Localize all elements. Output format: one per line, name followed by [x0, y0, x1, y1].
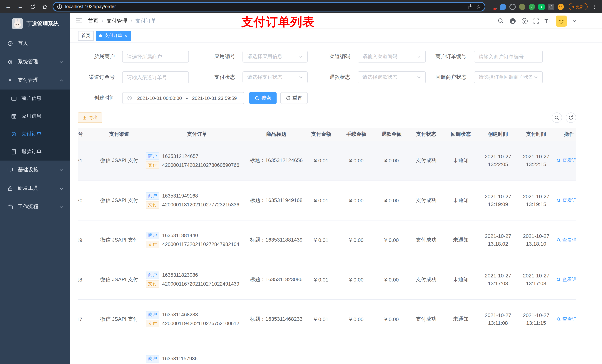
- search-button[interactable]: [497, 18, 504, 24]
- cell-actions: 查看详情: [555, 141, 576, 180]
- bookmark-star-icon[interactable]: ☆: [476, 4, 481, 10]
- extension-chat-icon[interactable]: ◖: [538, 3, 545, 10]
- browser-update-button[interactable]: 更新: [569, 3, 588, 10]
- sidebar-item-refund-order[interactable]: 退款订单: [0, 143, 70, 161]
- avatar[interactable]: [556, 15, 567, 26]
- extension-check-icon[interactable]: ✓: [529, 3, 535, 10]
- url-bar[interactable]: localhost:1024/pay/order ☆: [53, 2, 485, 11]
- sidebar-item-payment[interactable]: ¥ 支付管理: [0, 71, 70, 90]
- breadcrumb-current: 支付订单: [136, 18, 156, 24]
- reset-button[interactable]: 重置: [280, 92, 308, 104]
- tag-home[interactable]: 首页: [78, 31, 94, 41]
- tags-bar: 首页 支付订单 ×: [70, 29, 602, 43]
- download-icon: [82, 115, 87, 120]
- table-header-row: 编号 支付渠道 支付订单 商品标题 支付金额 手续金额 退款金额 支付状态 回调…: [78, 128, 576, 141]
- col-pay-channel: 支付渠道: [93, 128, 145, 141]
- sidebar-item-infra[interactable]: 基础设施: [0, 161, 70, 179]
- view-detail-link[interactable]: 查看详情: [557, 157, 576, 164]
- cell-notify-status: 未通知: [443, 299, 478, 339]
- pay-badge: 支付: [146, 241, 159, 248]
- pay-status-select[interactable]: 请选择支付状态: [243, 71, 308, 83]
- sidebar-item-devtools[interactable]: 研发工具: [0, 179, 70, 198]
- create-time-range-picker[interactable]: 2021-10-01 00:00:00 - 2021-10-31 23:59:5…: [122, 92, 244, 104]
- view-detail-link[interactable]: 查看详情: [557, 276, 576, 283]
- cell-id: 118: [78, 260, 93, 299]
- tag-close-icon[interactable]: ×: [124, 33, 127, 38]
- sidebar-toggle-button[interactable]: [75, 18, 82, 24]
- font-size-button[interactable]: TT: [544, 18, 550, 24]
- browser-menu-button[interactable]: ⋮: [591, 4, 598, 10]
- view-detail-link[interactable]: 查看详情: [557, 197, 576, 204]
- toggle-search-button[interactable]: [552, 113, 562, 123]
- credit-card-icon: [11, 96, 17, 101]
- user-menu-caret[interactable]: [572, 20, 576, 22]
- extension-olive-icon[interactable]: [519, 3, 525, 10]
- merchant-label: 所属商户: [78, 53, 122, 60]
- lock-icon: [7, 186, 13, 191]
- cell-refund-amount: ¥ 0.00: [374, 260, 409, 299]
- sidebar-item-pay-order[interactable]: 支付订单: [0, 125, 70, 143]
- col-refund-amount: 退款金额: [374, 128, 409, 141]
- channel-code-select[interactable]: 请输入渠道编码: [358, 51, 426, 62]
- github-button[interactable]: [509, 18, 516, 24]
- notify-status-select[interactable]: 请选择订单回调商户状态: [474, 71, 543, 83]
- breadcrumb-payment[interactable]: 支付管理: [107, 18, 127, 24]
- refresh-table-button[interactable]: [566, 113, 576, 123]
- sidebar-item-workflow[interactable]: 工作流程: [0, 198, 70, 216]
- view-detail-link[interactable]: 查看详情: [557, 316, 576, 322]
- cell-pay-amount: ¥ 0.01: [304, 299, 339, 339]
- share-icon[interactable]: [468, 4, 473, 10]
- channel-order-no-input[interactable]: [122, 71, 189, 83]
- extension-drop-icon[interactable]: [500, 3, 506, 10]
- table-row: 商户 1635311157936 支付: [78, 339, 576, 364]
- fullscreen-button[interactable]: [533, 18, 539, 24]
- extension-grid-icon[interactable]: 10: [490, 3, 496, 10]
- refund-status-select[interactable]: 请选择退款状态: [358, 71, 426, 83]
- start-date-value[interactable]: 2021-10-01 00:00:00: [134, 95, 185, 101]
- avatar-emoji-icon: [556, 15, 567, 26]
- sidebar-item-app-info[interactable]: 应用信息: [0, 107, 70, 125]
- logo-avatar: [12, 18, 23, 29]
- url-text[interactable]: localhost:1024/pay/order: [65, 4, 465, 9]
- caret-down-icon: [572, 20, 576, 22]
- site-info-icon[interactable]: [57, 4, 62, 9]
- home-button[interactable]: [40, 2, 49, 11]
- logo[interactable]: 芋道管理系统: [0, 13, 70, 34]
- tag-pay-order[interactable]: 支付订单 ×: [96, 31, 130, 41]
- table-row: 120 微信 JSAPI 支付 商户 1635311949168 支付 4200…: [78, 180, 576, 220]
- back-button[interactable]: ←: [4, 2, 13, 11]
- app-id-select[interactable]: 请选择应用信息: [243, 51, 308, 62]
- merchant-order-no-input[interactable]: [474, 51, 543, 62]
- filter-row-1: 所属商户 应用编号 请选择应用信息 渠道编码 请输入渠道编码: [78, 51, 602, 62]
- cell-fee-amount: [339, 339, 374, 364]
- chevron-up-icon: [60, 77, 63, 83]
- sidebar-item-system[interactable]: 系统管理: [0, 52, 70, 71]
- help-button[interactable]: ?: [521, 18, 527, 24]
- fullscreen-icon: [533, 18, 539, 24]
- puzzle-icon[interactable]: [548, 3, 554, 10]
- col-pay-amount: 支付金额: [304, 128, 339, 141]
- cell-create-time: 2021-10-27 13:19:09: [478, 180, 517, 220]
- cell-product-title: 标题：1635311468233: [249, 299, 304, 339]
- filter-row-3: 创建时间 2021-10-01 00:00:00 - 2021-10-31 23…: [78, 92, 602, 104]
- forward-icon: →: [17, 3, 23, 10]
- chevron-down-icon: [60, 167, 63, 173]
- cell-pay-amount: [304, 339, 339, 364]
- col-pay-order: 支付订单: [145, 128, 249, 141]
- export-button[interactable]: 导出: [78, 113, 102, 123]
- end-date-value[interactable]: 2021-10-31 23:59:59: [189, 95, 240, 101]
- table-body: 121 微信 JSAPI 支付 商户 1635312124657 支付 4200…: [78, 141, 576, 364]
- extension-ring-icon[interactable]: [509, 3, 516, 10]
- search-button[interactable]: 搜索: [249, 92, 277, 104]
- sidebar-item-merchant-info[interactable]: 商户信息: [0, 90, 70, 107]
- app-title: 芋道管理系统: [26, 20, 59, 27]
- forward-button[interactable]: →: [16, 2, 25, 11]
- reload-button[interactable]: [28, 2, 37, 11]
- breadcrumb-home[interactable]: 首页: [88, 18, 98, 24]
- sidebar-item-home[interactable]: 首页: [0, 34, 70, 52]
- col-pay-status: 支付状态: [409, 128, 443, 141]
- merchant-badge: 商户: [146, 355, 159, 362]
- extension-face-icon[interactable]: [558, 3, 564, 10]
- merchant-input[interactable]: [122, 51, 189, 62]
- view-detail-link[interactable]: 查看详情: [557, 237, 576, 243]
